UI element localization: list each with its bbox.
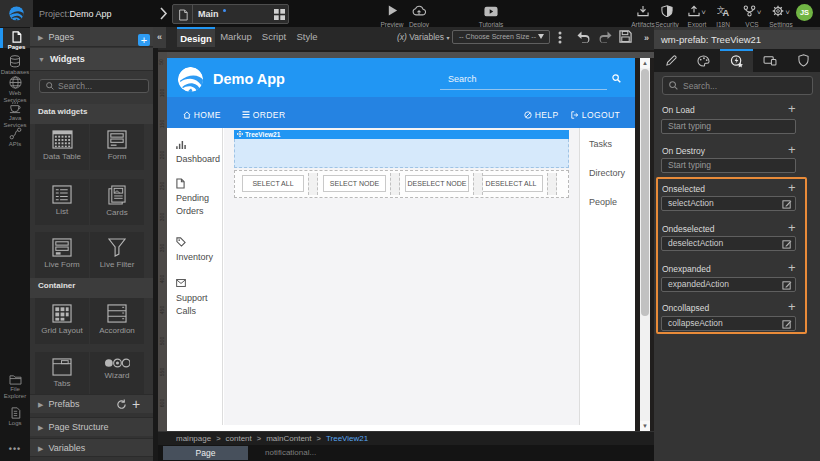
svg-text:A: A xyxy=(722,8,729,17)
